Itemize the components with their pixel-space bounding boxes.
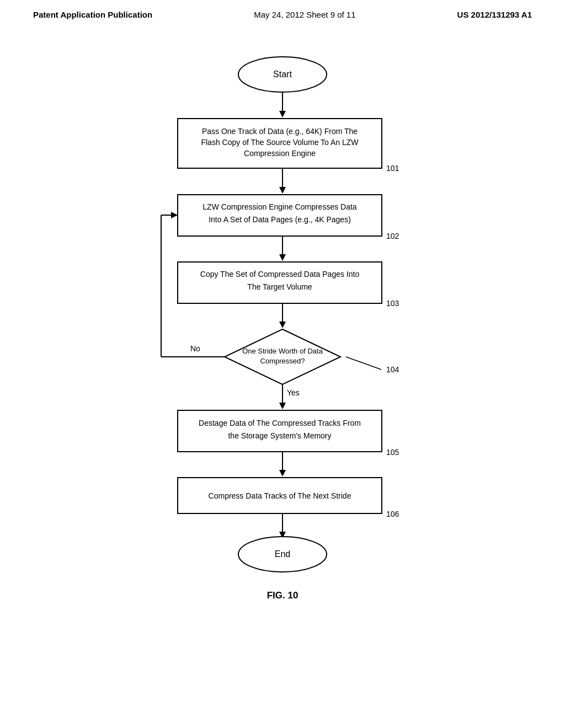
box102-line1: LZW Compression Engine Compresses Data [202, 202, 357, 211]
fig-caption: FIG. 10 [267, 590, 299, 601]
sheet-info: May 24, 2012 Sheet 9 of 11 [254, 10, 355, 19]
patent-number: US 2012/131293 A1 [457, 10, 532, 19]
publication-label: Patent Application Publication [33, 10, 152, 19]
box102-line2: Into A Set of Data Pages (e.g., 4K Pages… [209, 215, 351, 224]
box103-line1: Copy The Set of Compressed Data Pages In… [200, 270, 360, 279]
box101-line2: Flash Copy of The Source Volume To An LZ… [201, 138, 359, 147]
label102: 102 [386, 232, 399, 240]
flowchart-svg: Start Pass One Track of Data (e.g., 64K)… [76, 41, 489, 681]
diamond104-line2: Compressed? [260, 357, 305, 365]
box105-line1: Destage Data of The Compressed Tracks Fr… [199, 419, 361, 427]
end-label: End [275, 549, 290, 559]
svg-line-16 [346, 357, 381, 370]
no-label: No [190, 344, 200, 353]
box105-line2: the Storage System's Memory [228, 431, 331, 440]
svg-marker-22 [279, 403, 286, 409]
label103: 103 [386, 299, 399, 308]
start-label: Start [273, 69, 292, 79]
box101-line3: Compression Engine [244, 149, 316, 158]
label106: 106 [386, 510, 399, 518]
box106-text: Compress Data Tracks of The Next Stride [209, 491, 351, 500]
svg-marker-20 [171, 212, 178, 218]
page-header: Patent Application Publication May 24, 2… [0, 0, 565, 25]
label105: 105 [386, 448, 399, 457]
svg-marker-6 [279, 187, 286, 194]
diamond104-line1: One Stride Worth of Data [242, 347, 323, 355]
diagram-area: Start Pass One Track of Data (e.g., 64K)… [0, 25, 565, 681]
svg-marker-10 [279, 254, 286, 261]
label101: 101 [386, 164, 399, 173]
svg-marker-2 [279, 111, 286, 117]
svg-marker-14 [279, 322, 286, 328]
box103-line2: The Target Volume [247, 282, 312, 291]
label104: 104 [386, 365, 399, 374]
yes-label: Yes [287, 388, 300, 397]
box101-line1: Pass One Track of Data (e.g., 64K) From … [202, 127, 358, 136]
svg-marker-26 [279, 470, 286, 477]
